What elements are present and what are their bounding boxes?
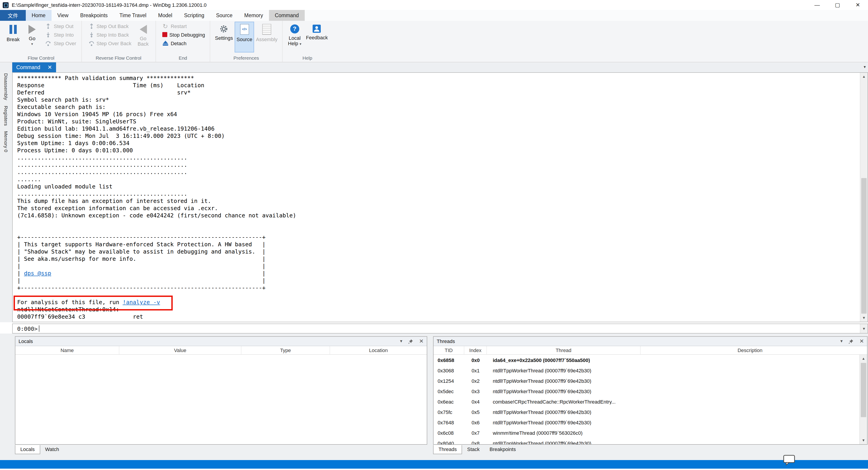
tp-column-index[interactable]: Index <box>464 346 487 354</box>
ribbon-tab-time-travel[interactable]: Time Travel <box>114 10 152 21</box>
thread-row-0x75fc[interactable]: 0x75fc0x5ntdll!TppWorkerThread (00007ff9… <box>434 407 860 417</box>
dps-ssp-link[interactable]: dps @ssp <box>24 270 51 277</box>
go-back-button[interactable]: Go Back <box>133 22 153 53</box>
source-button[interactable]: </> Source <box>235 22 254 53</box>
locals-close-icon[interactable]: ✕ <box>419 339 424 344</box>
go-back-label-line2: Back <box>138 41 149 46</box>
thread-cell-tid: 0x75fc <box>434 409 464 415</box>
threads-tab-bar: ThreadsStackBreakpoints <box>433 445 521 454</box>
threads-scroll-down-icon[interactable]: ▼ <box>860 437 867 444</box>
ribbon: Break Go ▾ Step Out Step Into <box>0 21 868 62</box>
locals-tab-locals[interactable]: Locals <box>15 445 40 454</box>
thread-row-0x6858[interactable]: 0x68580x0ida64_exe+0x22a500 (00007ff7`55… <box>434 355 860 365</box>
step-over-button[interactable]: Step Over <box>43 39 79 48</box>
step-into-back-button[interactable]: Step Into Back <box>86 30 133 39</box>
ribbon-tab-scripting[interactable]: Scripting <box>178 10 210 21</box>
go-button[interactable]: Go ▾ <box>23 22 41 53</box>
command-window: ************* Path validation summary **… <box>12 72 868 322</box>
break-button[interactable]: Break <box>4 22 23 53</box>
locals-pin-icon[interactable] <box>408 339 413 344</box>
thread-row-0x6eac[interactable]: 0x6eac0x4combase!CRpcThreadCache::RpcWor… <box>434 396 860 407</box>
tp-column-tid[interactable]: TID <box>434 346 464 354</box>
ribbon-tab-home[interactable]: Home <box>26 10 51 21</box>
group-label-reverse-flow-control: Reverse Flow Control <box>84 55 153 62</box>
lp-column-location[interactable]: Location <box>330 346 427 354</box>
thread-row-0x6c08[interactable]: 0x6c080x7winmm!timeThread (00007ff9`5630… <box>434 428 860 438</box>
step-out-button[interactable]: Step Out <box>43 22 79 30</box>
feedback-button[interactable]: Feedback <box>304 22 330 53</box>
thread-row-0x3068[interactable]: 0x30680x1ntdll!TppWorkerThread (00007ff9… <box>434 365 860 376</box>
local-help-button[interactable]: ? Local Help ▾ <box>285 22 304 53</box>
detach-label: Detach <box>170 40 186 46</box>
feedback-chat-icon[interactable] <box>783 455 795 467</box>
step-over-icon <box>45 40 52 46</box>
step-into-button[interactable]: Step Into <box>43 30 79 39</box>
thread-row-0x5dec[interactable]: 0x5dec0x3ntdll!TppWorkerThread (00007ff9… <box>434 386 860 396</box>
settings-label: Settings <box>215 35 233 41</box>
console-line: Process Uptime: 0 days 0:01:03.000 <box>17 147 860 154</box>
step-into-back-label: Step Into Back <box>96 32 129 37</box>
source-label: Source <box>237 37 252 42</box>
tp-column-description[interactable]: Description <box>641 346 860 354</box>
lp-column-value[interactable]: Value <box>119 346 241 354</box>
detach-button[interactable]: Detach <box>160 39 207 48</box>
tp-column-thread[interactable]: Thread <box>487 346 641 354</box>
console-line: Response Time (ms) Location <box>17 82 860 89</box>
side-tab-memory-0[interactable]: Memory 0 <box>3 131 9 152</box>
threads-pin-icon[interactable] <box>848 339 854 344</box>
locals-body[interactable] <box>16 355 427 444</box>
tab-close-icon[interactable]: ✕ <box>48 65 52 70</box>
ribbon-tab-file[interactable]: 文件 <box>0 10 26 21</box>
locals-menu-chevron-icon[interactable]: ▾ <box>400 339 402 343</box>
restart-button[interactable]: ↻ Restart <box>160 22 207 30</box>
threads-tab-threads[interactable]: Threads <box>433 445 462 454</box>
stop-icon <box>162 32 167 37</box>
ribbon-tab-view[interactable]: View <box>51 10 74 21</box>
ribbon-tab-breakpoints[interactable]: Breakpoints <box>74 10 114 21</box>
locals-tab-watch[interactable]: Watch <box>40 445 64 454</box>
command-scroll-down-icon[interactable]: ▼ <box>860 324 868 333</box>
thread-row-0x7648[interactable]: 0x76480x6ntdll!TppWorkerThread (00007ff9… <box>434 417 860 428</box>
threads-close-icon[interactable]: ✕ <box>860 339 864 344</box>
go-dropdown-icon[interactable]: ▾ <box>31 41 33 47</box>
scrollbar-thumb[interactable] <box>861 178 867 314</box>
ribbon-tab-memory[interactable]: Memory <box>239 10 269 21</box>
scroll-down-icon[interactable]: ▼ <box>860 314 868 322</box>
side-tab-strip: DisassemblyRegistersMemory 0 <box>0 72 12 322</box>
minimize-button[interactable]: — <box>807 0 827 10</box>
ribbon-tab-source[interactable]: Source <box>210 10 239 21</box>
threads-tab-breakpoints[interactable]: Breakpoints <box>485 445 521 454</box>
command-input-row[interactable]: 0:000> ▼ <box>12 323 868 334</box>
thread-row-0x8040[interactable]: 0x80400x8ntdll!TppWorkerThread (00007ff9… <box>434 438 860 444</box>
ribbon-tab-model[interactable]: Model <box>152 10 178 21</box>
console-line: (7c14.6858): Unknown exception - code e0… <box>17 212 860 219</box>
step-over-back-button[interactable]: Step Over Back <box>86 39 133 48</box>
step-over-back-label: Step Over Back <box>96 40 131 46</box>
thread-cell-idx: 0x5 <box>464 409 487 415</box>
close-button[interactable]: ✕ <box>848 0 868 10</box>
locals-panel-title: Locals <box>19 339 33 344</box>
threads-scrollbar[interactable]: ▲ ▼ <box>860 355 867 444</box>
threads-tab-stack[interactable]: Stack <box>462 445 485 454</box>
side-tab-disassembly[interactable]: Disassembly <box>3 73 9 100</box>
step-into-back-icon <box>88 31 94 38</box>
tab-command[interactable]: Command ✕ <box>12 62 56 72</box>
tab-list-dropdown-icon[interactable]: ▾ <box>864 65 866 69</box>
threads-column-headers: TIDIndexThreadDescription <box>434 346 867 355</box>
settings-button[interactable]: Settings <box>213 22 235 53</box>
maximize-button[interactable]: ▢ <box>827 0 848 10</box>
thread-row-0x1254[interactable]: 0x12540x2ntdll!TppWorkerThread (00007ff9… <box>434 376 860 386</box>
scroll-up-icon[interactable]: ▲ <box>860 73 868 81</box>
lp-column-name[interactable]: Name <box>16 346 119 354</box>
threads-scrollbar-thumb[interactable] <box>861 363 866 417</box>
side-tab-registers[interactable]: Registers <box>3 105 9 126</box>
ribbon-tab-command[interactable]: Command <box>269 10 305 21</box>
lp-column-type[interactable]: Type <box>241 346 330 354</box>
console-scrollbar[interactable]: ▲ ▼ <box>860 73 868 322</box>
console-line: Deferred srv* <box>17 89 860 96</box>
stop-debugging-button[interactable]: Stop Debugging <box>160 30 207 39</box>
threads-scroll-up-icon[interactable]: ▲ <box>860 355 867 363</box>
threads-menu-chevron-icon[interactable]: ▾ <box>840 339 843 343</box>
step-out-back-button[interactable]: Step Out Back <box>86 22 133 30</box>
assembly-button[interactable]: Assembly <box>254 22 279 53</box>
